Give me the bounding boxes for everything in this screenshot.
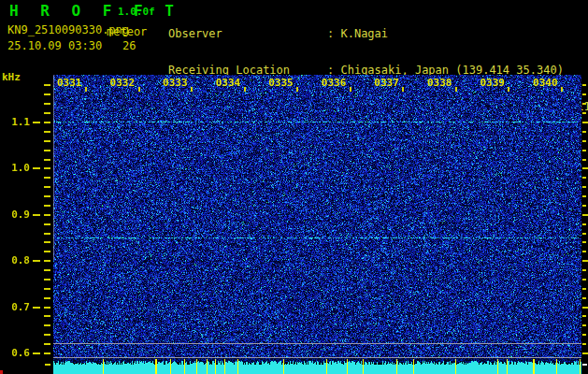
y-axis-tick-right — [582, 324, 586, 326]
meteor-marker — [224, 359, 225, 374]
meteor-marker — [363, 359, 364, 374]
y-axis-tick-right — [582, 94, 586, 95]
y-axis-tick-left — [44, 159, 50, 161]
meteor-marker — [196, 359, 197, 374]
y-axis-tick-left — [44, 140, 50, 142]
info-separator: : — [327, 27, 340, 40]
x-axis-tick — [296, 87, 298, 92]
y-axis-tick-right — [582, 251, 586, 252]
y-axis-tick-left — [44, 94, 50, 95]
meteor-marker — [497, 359, 498, 374]
y-axis-tick-right — [582, 84, 586, 86]
meteor-marker — [556, 359, 557, 374]
y-axis-tick-right — [582, 241, 586, 243]
hrofft-screen: H R O F F T 1.0.0f KN9_2510090330.png me… — [0, 0, 588, 374]
y-axis-tick-left — [44, 241, 50, 243]
y-axis-tick-left — [44, 269, 50, 271]
meteor-marker — [396, 359, 397, 374]
y-axis-tick-left — [44, 84, 50, 86]
y-axis-tick-left — [44, 195, 50, 197]
x-axis-label: 0339 — [480, 77, 505, 89]
meteor-marker — [455, 359, 456, 374]
observation-datetime: 25.10.09 03:30 — [7, 39, 102, 52]
meteor-marker — [533, 359, 535, 374]
y-axis-tick-right — [582, 205, 586, 207]
meteor-marker — [507, 359, 508, 374]
meteor-marker — [207, 359, 208, 374]
y-axis-tick-right — [582, 343, 586, 345]
y-axis-tick-right — [582, 269, 586, 271]
x-axis-label: 0337 — [374, 77, 399, 89]
y-axis-tick-left — [44, 334, 50, 336]
meteor-marker — [283, 359, 284, 374]
meteor-marker — [326, 359, 327, 374]
y-axis-label: 0.6 — [4, 347, 30, 359]
y-axis-tick-left — [44, 112, 50, 114]
y-axis-tick-left — [44, 233, 50, 235]
info-label: Observer — [168, 28, 327, 40]
y-axis-major-dash — [33, 167, 40, 169]
x-axis-tick — [402, 87, 404, 92]
y-axis-tick-left — [44, 122, 50, 123]
y-axis-tick-left — [44, 315, 50, 317]
y-axis-tick-left — [44, 103, 50, 105]
y-axis-tick-left — [44, 223, 50, 225]
x-axis-label: 0333 — [163, 77, 188, 89]
y-axis-tick-right — [582, 131, 586, 133]
x-axis-label: 0340 — [533, 77, 558, 89]
x-axis-label: 0336 — [322, 77, 347, 89]
y-axis-tick-left — [44, 297, 50, 299]
y-axis-tick-left — [44, 260, 50, 262]
y-axis-tick-left — [44, 131, 50, 133]
info-value: K.Nagai — [340, 27, 388, 40]
y-axis-tick-right — [582, 352, 588, 354]
y-axis-label: 0.9 — [4, 209, 30, 221]
y-axis-tick-left — [44, 324, 50, 326]
x-axis-label: 0332 — [110, 77, 136, 89]
y-axis-unit-label: kHz — [2, 71, 21, 83]
meteor-marker — [347, 359, 348, 374]
y-axis-major-dash — [33, 214, 40, 216]
y-axis-tick-right — [582, 186, 586, 188]
y-axis-major-dash — [33, 122, 40, 123]
x-axis-tick — [455, 87, 457, 92]
x-axis-label: 0335 — [268, 77, 294, 89]
x-axis-tick — [508, 87, 509, 92]
y-axis-tick-right — [582, 279, 586, 280]
y-axis-tick-right — [582, 223, 586, 225]
corner-red-mark — [0, 370, 3, 374]
y-axis-tick-right — [582, 297, 586, 299]
y-axis-major-dash — [33, 260, 40, 262]
y-axis-major-dash — [33, 307, 40, 309]
meteor-marker — [155, 359, 157, 374]
x-axis-tick — [561, 87, 563, 92]
x-axis-label: 0338 — [427, 77, 452, 89]
y-axis-tick-right — [582, 334, 586, 336]
y-axis-label: 0.8 — [4, 254, 30, 266]
y-axis-tick-right — [582, 177, 586, 179]
level-bar-tick-left — [45, 364, 50, 366]
x-axis-tick — [138, 87, 140, 92]
y-axis-tick-right — [582, 159, 586, 161]
y-axis-tick-left — [44, 288, 50, 290]
meteor-marker — [580, 359, 581, 374]
y-axis-tick-left — [44, 343, 50, 345]
y-axis-label: 1.0 — [4, 162, 30, 174]
x-axis-tick — [244, 87, 246, 92]
y-axis-tick-right — [582, 167, 588, 169]
meteor-marker — [170, 359, 171, 374]
level-line — [53, 357, 581, 358]
meteor-marker — [103, 359, 104, 374]
x-axis-label: 0331 — [57, 77, 82, 89]
y-axis-tick-right — [582, 112, 586, 114]
y-axis-tick-left — [44, 352, 50, 354]
y-axis-tick-left — [44, 205, 50, 207]
y-axis-tick-right — [582, 315, 586, 317]
meteor-marker — [215, 359, 216, 374]
x-axis-label: 0334 — [216, 77, 241, 89]
y-axis-tick-right — [582, 260, 588, 262]
meteor-marker — [184, 359, 185, 374]
y-axis-tick-right — [582, 233, 586, 235]
y-axis-tick-right — [582, 122, 588, 123]
x-axis-tick — [191, 87, 193, 92]
